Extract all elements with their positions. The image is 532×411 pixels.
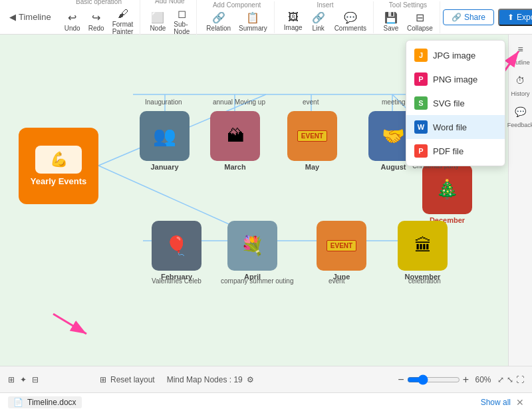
april-annotation: company summer outing [221,277,294,285]
bottom-bar-left: ⊞ ✦ ⊟ [8,375,39,384]
jpg-label: JPG image [433,51,475,61]
zoom-slider[interactable] [407,374,460,385]
root-node[interactable]: 💪 Yearly Events [19,128,98,204]
share-button[interactable]: 🔗 Share [443,9,494,25]
history-label: History [511,90,529,97]
file-close-button[interactable]: ✕ [516,397,524,408]
august-icon: 🤝 [382,125,405,147]
export-word[interactable]: W Word file [406,115,505,139]
outline-group[interactable]: ≡ Outline [511,40,530,66]
insert-section: Insert 🖼Image 🔗Link 💬Comments [277,1,374,33]
grid-icon[interactable]: ⊞ [8,375,15,384]
february-annotation: Valentines Celeb [152,277,201,285]
reset-layout-icon: ⊞ [100,375,106,384]
summary-button[interactable]: 📋Summary [236,10,270,33]
relation-button[interactable]: 🔗Relation [203,10,233,33]
zoom-plus-button[interactable]: + [463,374,469,386]
root-node-label: Yearly Events [31,176,87,187]
png-icon: P [414,72,428,86]
feedback-label: Feedback [507,122,532,128]
august-annotation: meeting [382,98,406,106]
outline-icon[interactable]: ≡ [511,40,530,59]
export-button[interactable]: ⬆ Export [498,9,532,26]
png-label: PNG image [433,74,477,84]
january-label: January [150,163,178,171]
canvas-area: 💪 Yearly Events 👥 January Inauguration 🏔… [0,35,532,366]
image-button[interactable]: 🖼Image [281,10,305,33]
may-event-badge: EVENT [297,130,327,142]
file-item-timeline[interactable]: 📄 Timeline.docx [8,396,82,408]
january-annotation: Inauguration [145,98,182,106]
month-node-june[interactable]: EVENT June [317,221,366,281]
march-annotation: annual Moving up [213,98,265,106]
january-icon: 👥 [153,125,176,147]
settings-icon[interactable]: ⚙ [247,375,254,384]
history-group[interactable]: ⏱ History [511,71,529,97]
nodes-label: Mind Map Nodes : 19 [167,375,243,384]
history-icon[interactable]: ⏱ [511,71,529,90]
month-node-march[interactable]: 🏔 March [210,111,260,171]
jpg-icon: J [414,49,428,62]
may-label: May [305,163,319,171]
node-button[interactable]: ⬜Node [147,10,168,33]
file-name: Timeline.docx [27,398,76,407]
month-node-november[interactable]: 🏛 November [398,221,448,281]
export-png[interactable]: P PNG image [406,67,505,91]
march-icon: 🏔 [227,126,244,146]
section-label-insert: Insert [317,1,333,9]
june-annotation: event [329,277,344,285]
sub-node-button[interactable]: ◻Sub-Node [171,6,192,37]
export-jpg[interactable]: J JPG image [406,43,505,67]
month-node-december[interactable]: 🎄 December [422,164,472,224]
export-dropdown: J JPG image P PNG image S SVG file W Wor… [406,40,505,166]
list-icon[interactable]: ⊟ [32,375,39,384]
link-button[interactable]: 🔗Link [308,10,329,33]
march-label: March [224,163,245,171]
add-component-section: Add Component 🔗Relation 📋Summary [200,1,275,33]
section-label-tool: Tool Settings [389,1,427,9]
word-label: Word file [433,122,467,132]
feedback-icon[interactable]: 💬 [511,102,530,121]
right-sidebar: ≡ Outline ⏱ History 💬 Feedback [508,35,532,366]
zoom-control: − + 60% ⤢ ⤡ ⛶ [398,374,524,386]
fit-icon[interactable]: ⤢ [497,375,504,384]
month-node-april[interactable]: 💐 April [227,221,277,281]
zoom-value: 60% [471,375,495,384]
expand-icon[interactable]: ⤡ [507,375,513,384]
add-node-section: Add Node ⬜Node ◻Sub-Node [143,0,197,37]
february-icon: 🎈 [165,235,188,257]
toolbar: ◀ Timeline Basic operation ↩Undo ↪Redo 🖌… [0,0,532,35]
format-painter-button[interactable]: 🖌Format Painter [110,7,136,37]
comments-button[interactable]: 💬Comments [332,10,369,33]
may-annotation: event [303,98,319,106]
share-icon: 🔗 [452,13,462,22]
november-annotation: celebration [408,277,441,285]
section-label-add-node: Add Node [155,0,184,5]
month-node-february[interactable]: 🎈 February [152,221,201,281]
feedback-group[interactable]: 💬 Feedback [507,102,532,128]
month-node-may[interactable]: EVENT May [287,111,337,171]
file-icon: 📄 [13,398,23,407]
back-button[interactable]: ◀ Timeline [5,12,55,22]
section-label-basic: Basic operation [76,0,122,5]
reset-layout-label[interactable]: Reset layout [110,375,155,384]
save-button[interactable]: 💾Save [380,10,402,33]
collapse-button[interactable]: ⊟Collapse [404,10,436,33]
file-bar: 📄 Timeline.docx Show all ✕ [0,392,532,411]
undo-button[interactable]: ↩Undo [62,10,83,33]
zoom-minus-button[interactable]: − [398,374,404,386]
star-icon[interactable]: ✦ [20,375,27,384]
fullscreen-icon[interactable]: ⛶ [516,375,524,384]
month-node-january[interactable]: 👥 January [140,111,190,171]
export-pdf[interactable]: P PDF file [406,139,505,163]
export-icon: ⬆ [507,13,514,22]
svg-icon: S [414,96,428,110]
export-svg[interactable]: S SVG file [406,91,505,115]
april-icon: 💐 [241,235,264,257]
tool-settings-section: Tool Settings 💾Save ⊟Collapse [376,1,440,33]
outline-label: Outline [511,59,530,66]
show-all-button[interactable]: Show all [481,398,511,407]
november-icon: 🏛 [414,235,432,256]
toolbar-right: 🔗 Share ⬆ Export [443,9,532,26]
redo-button[interactable]: ↪Redo [86,10,107,33]
